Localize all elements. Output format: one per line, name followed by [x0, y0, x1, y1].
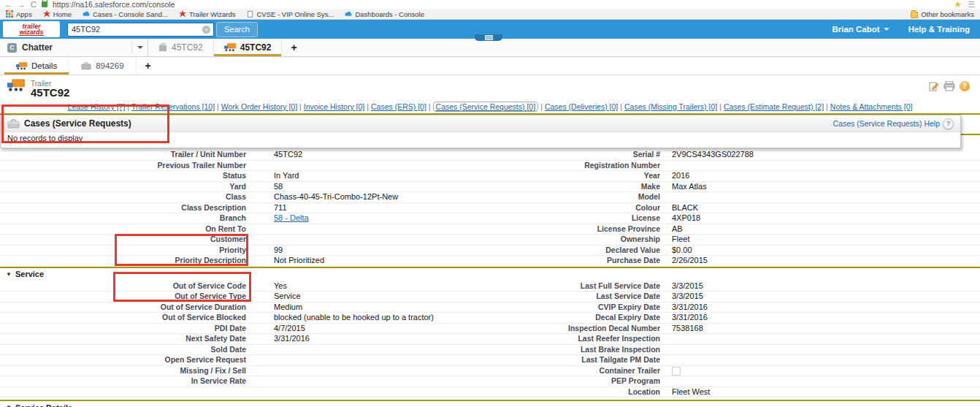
- field-label: PDI Date: [0, 324, 252, 334]
- bookmark-label: Cases - Console Sand...: [93, 10, 168, 18]
- related-link[interactable]: Work Order History [0]: [221, 102, 297, 111]
- related-link[interactable]: Trailer Reservations [10]: [131, 102, 215, 111]
- field-label: Last Tailgate PM Date: [490, 355, 666, 365]
- panel-help-link[interactable]: Cases (Service Requests) Help ?: [833, 118, 954, 129]
- bookmark-item[interactable]: Trailer Wizards: [179, 10, 236, 18]
- related-link[interactable]: Lease History [7]: [68, 102, 126, 111]
- tab-45tc92-active[interactable]: 45TC92: [214, 39, 283, 56]
- chevron-down-icon[interactable]: [137, 46, 143, 49]
- related-link[interactable]: Cases (Service Requests) [0]: [433, 102, 539, 112]
- forward-icon[interactable]: →: [18, 0, 26, 9]
- field-value: [252, 387, 490, 398]
- browser-address-bar[interactable]: ← → C https://na16.salesforce.com/consol…: [0, 0, 980, 9]
- field-label: Class: [0, 192, 252, 202]
- subtab-details[interactable]: Details: [4, 57, 69, 75]
- other-bookmarks[interactable]: Other bookmarks: [911, 10, 974, 18]
- field-row: Class Description711ColourBLACK: [0, 203, 980, 214]
- field-value: 2V9CS4343GS022788: [666, 150, 980, 160]
- field-row: Out of Service TypeServiceLast Service D…: [0, 292, 980, 303]
- header-collapse-handle[interactable]: [475, 34, 502, 41]
- edit-icon[interactable]: [929, 81, 939, 91]
- related-link[interactable]: Notes & Attachments [0]: [830, 102, 913, 111]
- field-value: Chass-40-45-Tri-Combo-12Pt-New: [252, 192, 490, 202]
- related-link[interactable]: Cases (Deliveries) [0]: [545, 102, 618, 111]
- field-value: blocked (unable to be hooked up to a tra…: [252, 313, 490, 323]
- field-row: Out of Service DurationMediumCVIP Expiry…: [0, 303, 980, 313]
- trailer-wizards-logo[interactable]: trailer wizards: [3, 21, 60, 37]
- search-button[interactable]: Search: [216, 22, 258, 37]
- field-label: Out of Service Code: [0, 281, 252, 292]
- branch-link[interactable]: 58 - Delta: [252, 213, 490, 224]
- field-value: [666, 334, 980, 344]
- field-label: Sold Date: [0, 345, 252, 355]
- bookmark-item[interactable]: Dashboards - Console: [345, 10, 424, 18]
- field-label: Priority: [0, 246, 252, 256]
- browser-menu-icon[interactable]: ☰: [968, 0, 976, 9]
- subtab-label: 894269: [96, 61, 123, 70]
- help-icon[interactable]: ?: [960, 81, 970, 91]
- field-value: Fleet: [666, 235, 980, 245]
- add-tab-button[interactable]: +: [282, 39, 305, 56]
- search-clear-icon[interactable]: ×: [202, 26, 210, 34]
- help-training-link[interactable]: Help & Training: [908, 25, 970, 34]
- user-name: Brian Cabot: [832, 25, 879, 34]
- field-value: 3/31/2016: [666, 303, 980, 313]
- field-row: Missing / Fix / SellContainer Trailer: [0, 366, 980, 377]
- bookmark-item[interactable]: Apps: [6, 10, 32, 18]
- add-subtab-button[interactable]: +: [137, 57, 160, 75]
- section-divider: [0, 400, 980, 401]
- related-link[interactable]: Invoice History [0]: [304, 102, 364, 111]
- field-label: Class Description: [0, 203, 252, 213]
- address-url[interactable]: https://na16.salesforce.com/console: [53, 0, 175, 9]
- field-value: 58: [252, 182, 490, 192]
- field-label: Priority Description: [0, 256, 252, 266]
- field-label: Registration Number: [490, 161, 666, 171]
- bookmark-item[interactable]: Cases - Console Sand...: [83, 10, 168, 18]
- star-red-icon: [43, 10, 50, 18]
- subtab-case-894269[interactable]: 894269: [69, 57, 136, 75]
- link-separator: |: [299, 102, 302, 111]
- field-row: Yard58MakeMax Atlas: [0, 182, 980, 193]
- related-link[interactable]: Cases (Estimate Request) [2]: [724, 102, 824, 111]
- related-link[interactable]: Cases (ERS) [0]: [371, 102, 426, 111]
- question-icon[interactable]: ?: [943, 118, 954, 129]
- field-value: Max Atlas: [666, 182, 980, 192]
- field-row: StatusIn YardYear2016: [0, 171, 980, 182]
- back-icon[interactable]: ←: [4, 0, 12, 9]
- field-label: Last Reefer Inspection: [490, 334, 666, 344]
- print-icon[interactable]: [943, 81, 955, 91]
- section-header-service-details[interactable]: ▼ Service Details: [0, 402, 980, 407]
- field-label: Ownership: [490, 235, 666, 245]
- section-title: Service: [15, 270, 44, 278]
- field-label: Colour: [490, 203, 666, 213]
- link-separator: |: [367, 102, 369, 111]
- field-row: Branch58 - DeltaLicense4XP018: [0, 213, 980, 224]
- window-icon: [485, 35, 493, 40]
- cube-icon: [158, 43, 167, 52]
- field-row: Priority99Declared Value$0.00: [0, 246, 980, 256]
- field-value: [252, 235, 490, 245]
- bookmark-item[interactable]: Home: [43, 10, 72, 18]
- bookmark-label: Apps: [16, 10, 32, 18]
- user-menu[interactable]: Brian Cabot: [832, 25, 889, 34]
- field-value: BLACK: [666, 203, 980, 213]
- field-value: Yes: [252, 281, 490, 292]
- tab-45tc92-inactive[interactable]: 45TC92: [148, 39, 214, 56]
- chatter-icon: C: [7, 43, 17, 53]
- reload-icon[interactable]: C: [31, 0, 37, 9]
- field-value: [252, 376, 490, 387]
- bookmark-item[interactable]: CVSE - VIP Online Sys...: [247, 10, 334, 18]
- field-label: Serial #: [490, 150, 666, 160]
- field-value: [666, 192, 980, 202]
- related-link[interactable]: Cases (Missing Trailers) [0]: [624, 102, 717, 111]
- global-search-input[interactable]: [67, 23, 214, 37]
- bookmark-star-icon[interactable]: ★: [954, 0, 962, 9]
- bookmark-label: Home: [53, 10, 72, 18]
- section-header-service[interactable]: ▼ Service: [0, 269, 980, 280]
- chevron-down-icon: [884, 28, 889, 31]
- field-label: Missing / Fix / Sell: [0, 366, 252, 376]
- tab-chatter[interactable]: C Chatter: [0, 39, 148, 56]
- field-row: Trailer / Unit Number45TC92Serial #2V9CS…: [0, 150, 980, 161]
- service-field-table: Out of Service CodeYesLast Full Service …: [0, 281, 980, 398]
- collapse-icon: ▼: [6, 404, 12, 407]
